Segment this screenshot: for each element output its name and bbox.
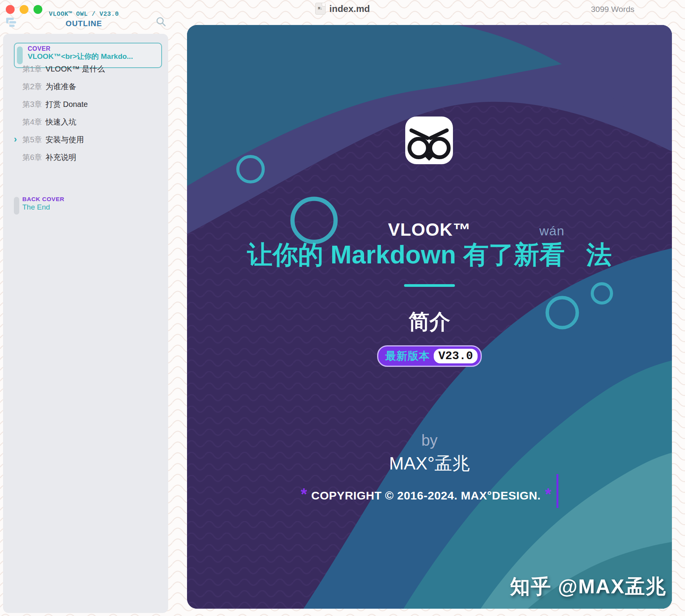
vlook-owl-logo	[405, 117, 453, 164]
chevron-right-icon[interactable]: ›	[14, 135, 17, 144]
version-badge: 最新版本 V23.0	[377, 345, 482, 367]
cover-divider	[404, 284, 455, 287]
chapter-number: 第6章	[22, 152, 42, 163]
owl-icon	[405, 117, 453, 164]
outline-item-chapter-2[interactable]: 第2章 为谁准备	[3, 78, 168, 95]
cover-label: VLOOK™<br>让你的 Markdo...	[28, 52, 159, 60]
outline-item-chapter-6[interactable]: 第6章 补充说明	[3, 148, 168, 166]
version-badge-value: V23.0	[434, 349, 478, 363]
text-cursor	[556, 474, 558, 508]
copyright-row: * COPYRIGHT © 2016-2024. MAX°DESIGN. *	[187, 479, 672, 513]
cover-brand: VLOOK™	[187, 219, 672, 240]
markdown-file-icon: M↓	[315, 3, 326, 15]
headline-last-char: wán法	[565, 240, 612, 269]
chapter-title: 安装与使用	[45, 135, 84, 145]
outline-item-chapter-5[interactable]: › 第5章 安装与使用	[3, 131, 168, 148]
chapter-title: 补充说明	[45, 152, 76, 163]
chapter-number: 第1章	[22, 64, 42, 74]
document-name: index.md	[329, 3, 370, 14]
chapter-number: 第5章	[22, 135, 42, 145]
cover-page: VLOOK™ 让你的 Markdown 有了新看wán法 简介 最新版本 V23…	[187, 25, 672, 609]
asterisk-left: *	[301, 486, 307, 502]
chapter-number: 第3章	[22, 99, 42, 110]
back-cover-label: The End	[22, 203, 64, 212]
zhihu-watermark: 知乎 @MAX孟兆	[510, 573, 667, 600]
item-marker-bar	[14, 197, 19, 215]
outline-sidebar: COVER VLOOK™<br>让你的 Markdo... 第1章 VLOOK™…	[3, 34, 168, 613]
asterisk-right: *	[545, 486, 551, 502]
outline-item-chapter-1[interactable]: 第1章 VLOOK™ 是什么	[3, 60, 168, 78]
chapter-number: 第4章	[22, 117, 42, 127]
cover-tag: COVER	[28, 45, 159, 52]
outline-item-chapter-4[interactable]: 第4章 快速入坑	[3, 113, 168, 131]
chapter-number: 第2章	[22, 82, 42, 92]
search-icon[interactable]	[155, 16, 166, 27]
outline-list: 第1章 VLOOK™ 是什么 第2章 为谁准备 第3章 打赏 Donate 第4…	[3, 60, 168, 166]
headline-main: 让你的 Markdown 有了新看	[247, 240, 565, 269]
outline-item-back-cover[interactable]: BACK COVER The End	[3, 195, 168, 216]
back-cover-tag: BACK COVER	[22, 195, 64, 203]
chapter-title: 打赏 Donate	[45, 99, 88, 110]
chapter-title: 为谁准备	[45, 82, 76, 92]
outline-item-chapter-3[interactable]: 第3章 打赏 Donate	[3, 95, 168, 113]
chapter-title: VLOOK™ 是什么	[45, 64, 105, 74]
copyright-text: COPYRIGHT © 2016-2024. MAX°DESIGN.	[311, 489, 541, 502]
chapter-title: 快速入坑	[45, 117, 76, 127]
cover-author: MAX°孟兆	[187, 452, 672, 476]
outline-panel-title: OUTLINE	[3, 19, 165, 28]
cover-byline: by	[187, 432, 672, 449]
cover-subtitle: 简介	[187, 308, 672, 336]
word-count: 3099 Words	[574, 5, 651, 14]
version-badge-label: 最新版本	[385, 349, 430, 363]
pinyin-annotation: wán	[540, 223, 565, 238]
cover-headline: 让你的 Markdown 有了新看wán法	[187, 238, 672, 272]
